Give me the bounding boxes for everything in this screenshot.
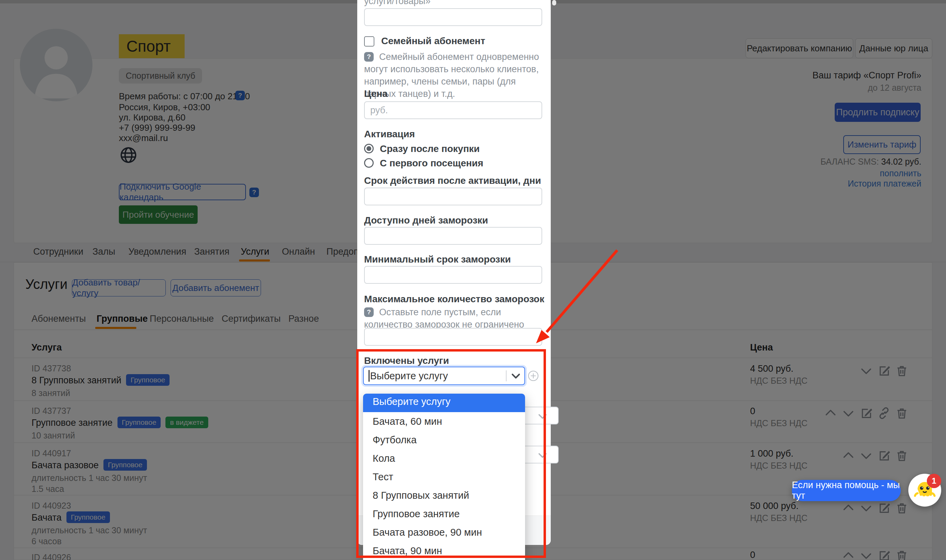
- freeze-min-input[interactable]: [364, 266, 542, 284]
- family-subscription-label: Семейный абонемент: [381, 35, 485, 46]
- page-root: Спорт Спортивный клуб Время работы: с 07…: [0, 0, 946, 560]
- activation-label: Активация: [364, 129, 415, 140]
- activation-first-visit-radio[interactable]: [364, 158, 374, 168]
- annotation-highlight-rectangle: [356, 349, 546, 558]
- duration-input[interactable]: [364, 188, 542, 205]
- freeze-days-label: Доступно дней заморозки: [364, 215, 488, 226]
- price-input[interactable]: [364, 101, 542, 119]
- help-chat-bubble[interactable]: Если нужна помощь - мы тут: [792, 480, 901, 501]
- freeze-min-label: Минимальный срок заморозки: [364, 254, 511, 265]
- truncated-field-label: услуги/товары»: [364, 0, 430, 6]
- freeze-max-help-text: Оставьте поле пустым, если количество за…: [364, 306, 542, 331]
- activation-after-purchase-label: Сразу после покупки: [380, 143, 480, 154]
- online-name-input[interactable]: [364, 8, 542, 26]
- price-label: Цена: [364, 88, 388, 99]
- family-help-text: Семейный абонемент одновременно могут ис…: [364, 51, 542, 100]
- modal-scrollbar-thumb[interactable]: [552, 0, 556, 6]
- freeze-days-input[interactable]: [364, 227, 542, 245]
- notification-badge: 1: [927, 474, 941, 488]
- activation-first-visit-label: С первого посещения: [380, 158, 483, 169]
- freeze-max-input[interactable]: [364, 328, 542, 346]
- activation-after-purchase-radio[interactable]: [364, 144, 374, 153]
- family-subscription-checkbox[interactable]: [364, 36, 374, 46]
- duration-label: Срок действия после активации, дни: [364, 175, 541, 186]
- freeze-max-label: Максимальное количество заморозок: [364, 294, 544, 305]
